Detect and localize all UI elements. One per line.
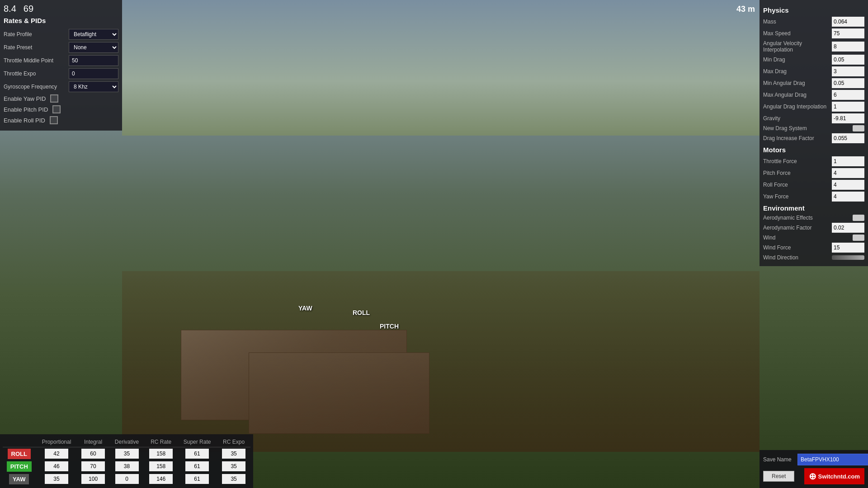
gravity-input[interactable] (832, 113, 864, 123)
throttle-expo-row: Throttle Expo (4, 68, 118, 79)
pitch-derivative[interactable] (115, 461, 139, 471)
throttle-middle-row: Throttle Middle Point (4, 55, 118, 66)
col-header-derivative: Derivative (109, 437, 145, 447)
aero-factor-input[interactable] (832, 223, 864, 233)
wind-direction-label: Wind Direction (763, 254, 832, 261)
max-drag-row: Max Drag (763, 66, 864, 76)
drag-increase-input[interactable] (832, 133, 864, 143)
gyro-freq-select[interactable]: 1 Khz 2 Khz 4 Khz 8 Khz (69, 81, 118, 92)
pid-table: Proportional Integral Derivative RC Rate… (3, 437, 250, 485)
mass-label: Mass (763, 19, 832, 25)
yaw-label: YAW (298, 305, 312, 312)
table-row: ROLL (3, 447, 250, 460)
rate-profile-label: Rate Profile (4, 31, 69, 38)
pitch-rc-rate[interactable] (149, 461, 173, 471)
angular-velocity-input[interactable] (832, 42, 864, 52)
wind-force-input[interactable] (832, 243, 864, 253)
max-angular-drag-label: Max Angular Drag (763, 92, 832, 98)
aero-effects-toggle[interactable] (853, 215, 864, 221)
wind-direction-slider[interactable] (832, 255, 864, 260)
yaw-force-input[interactable] (832, 192, 864, 202)
roll-force-input[interactable] (832, 180, 864, 190)
enable-yaw-pid-checkbox[interactable] (50, 94, 58, 103)
save-name-label: Save Name (763, 456, 795, 463)
drag-increase-label: Drag Increase Factor (763, 135, 832, 141)
max-speed-label: Max Speed (763, 30, 832, 37)
rate-preset-select[interactable]: None Low Medium High (69, 42, 118, 53)
pitch-super-rate[interactable] (185, 461, 209, 471)
yaw-rc-expo[interactable] (222, 474, 245, 484)
yaw-force-row: Yaw Force (763, 192, 864, 202)
enable-pitch-pid-checkbox[interactable] (52, 105, 61, 113)
yaw-proportional[interactable] (45, 474, 68, 484)
save-area: Save Name Reset ⊕ Switchntd.com (760, 450, 868, 488)
col-header-name (3, 437, 36, 447)
yaw-derivative[interactable] (115, 474, 139, 484)
new-drag-row: New Drag System (763, 125, 864, 131)
throttle-force-input[interactable] (832, 156, 864, 166)
gyro-freq-row: Gyroscope Frequency 1 Khz 2 Khz 4 Khz 8 … (4, 81, 118, 92)
motors-title: Motors (763, 146, 864, 154)
min-drag-label: Min Drag (763, 56, 832, 63)
save-name-row: Save Name (763, 454, 864, 465)
pitch-integral[interactable] (81, 461, 105, 471)
pitch-rc-expo[interactable] (222, 461, 245, 471)
min-drag-input[interactable] (832, 55, 864, 65)
roll-derivative[interactable] (115, 449, 139, 459)
col-header-integral: Integral (78, 437, 109, 447)
gravity-row: Gravity (763, 113, 864, 123)
enable-pitch-pid-label: Enable Pitch PID (4, 106, 48, 113)
throttle-middle-input[interactable] (69, 55, 118, 66)
roll-label: ROLL (353, 309, 370, 316)
mass-input[interactable] (832, 17, 864, 27)
yaw-rc-rate[interactable] (149, 474, 173, 484)
pid-panel: Proportional Integral Derivative RC Rate… (0, 434, 253, 488)
col-header-rc-expo: RC Expo (217, 437, 250, 447)
angular-velocity-row: Angular Velocity Interpolation (763, 40, 864, 53)
enable-roll-pid-row: Enable Roll PID (4, 116, 118, 124)
max-angular-drag-input[interactable] (832, 90, 864, 100)
roll-rc-rate[interactable] (149, 449, 173, 459)
col-header-proportional: Proportional (36, 437, 78, 447)
enable-roll-pid-checkbox[interactable] (50, 116, 58, 124)
throttle-expo-input[interactable] (69, 68, 118, 79)
roll-integral[interactable] (81, 449, 105, 459)
new-drag-label: New Drag System (763, 125, 853, 131)
panel-title: Rates & PIDs (4, 16, 118, 25)
max-speed-input[interactable] (832, 28, 864, 38)
pitch-proportional[interactable] (45, 461, 68, 471)
min-angular-drag-input[interactable] (832, 78, 864, 88)
roll-force-label: Roll Force (763, 182, 832, 188)
enable-yaw-pid-label: Enable Yaw PID (4, 95, 46, 102)
min-drag-row: Min Drag (763, 55, 864, 65)
aero-factor-row: Aerodynamic Factor (763, 223, 864, 233)
stat-1: 8.4 (4, 4, 16, 14)
max-drag-input[interactable] (832, 66, 864, 76)
col-header-super-rate: Super Rate (177, 437, 217, 447)
max-drag-label: Max Drag (763, 68, 832, 75)
roll-rc-expo[interactable] (222, 449, 245, 459)
wind-label: Wind (763, 235, 853, 241)
altitude-display: 43 m (736, 5, 755, 14)
new-drag-toggle[interactable] (853, 125, 864, 131)
roll-proportional[interactable] (45, 449, 68, 459)
yaw-integral[interactable] (81, 474, 105, 484)
enable-roll-pid-label: Enable Roll PID (4, 117, 45, 124)
reset-button[interactable]: Reset (763, 471, 794, 482)
aero-effects-row: Aerodynamic Effects (763, 215, 864, 221)
col-header-rc-rate: RC Rate (145, 437, 177, 447)
rate-profile-select[interactable]: Betaflight Raceflight KISS Actual (69, 29, 118, 40)
pitch-force-input[interactable] (832, 168, 864, 178)
roll-super-rate[interactable] (185, 449, 209, 459)
angular-velocity-label: Angular Velocity Interpolation (763, 40, 832, 53)
drag-increase-row: Drag Increase Factor (763, 133, 864, 143)
yaw-super-rate[interactable] (185, 474, 209, 484)
wind-force-label: Wind Force (763, 244, 832, 251)
save-name-input[interactable] (797, 454, 868, 465)
angular-drag-interp-input[interactable] (832, 102, 864, 112)
enable-yaw-pid-row: Enable Yaw PID (4, 94, 118, 103)
aero-effects-label: Aerodynamic Effects (763, 215, 853, 221)
table-row: YAW (3, 473, 250, 485)
wind-toggle[interactable] (853, 235, 864, 241)
action-row: Reset ⊕ Switchntd.com (763, 468, 864, 484)
